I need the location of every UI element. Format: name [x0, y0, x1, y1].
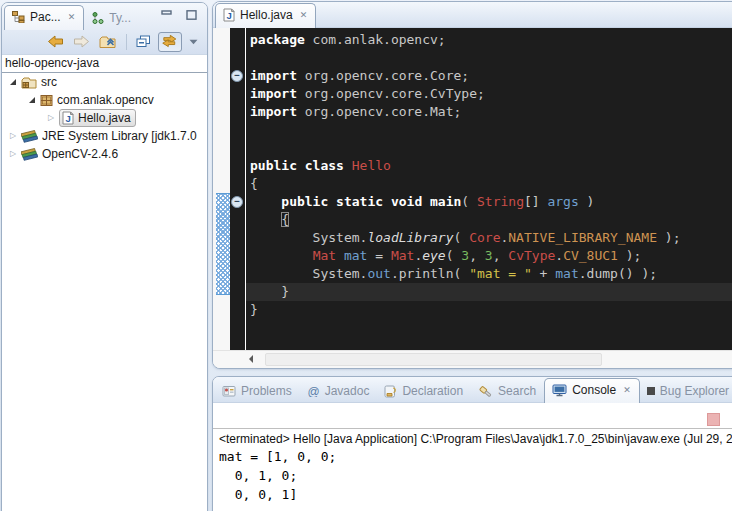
svg-text:J: J	[65, 113, 70, 124]
scroll-left-arrow-icon[interactable]	[249, 355, 253, 363]
maximize-icon[interactable]	[184, 8, 199, 22]
javadoc-icon: @	[307, 385, 320, 397]
code-line: System.out.println( "mat = " + mat.dump(…	[250, 265, 732, 283]
close-icon[interactable]: ✕	[300, 10, 308, 20]
tree-item-hello-java[interactable]: ▷JHello.java	[2, 109, 207, 127]
explorer-toolbar	[2, 29, 207, 54]
editor-pane: J Hello.java ✕ −− package com.anlak.open…	[212, 1, 732, 369]
console-toolbar	[213, 403, 732, 429]
range-indicator	[216, 193, 230, 295]
tree-item-src[interactable]: src	[2, 73, 207, 91]
tree-item-com-anlak-opencv[interactable]: com.anlak.opencv	[2, 91, 207, 109]
collapse-arrow-icon[interactable]	[27, 97, 37, 103]
expand-arrow-icon[interactable]: ▷	[8, 150, 18, 158]
expand-arrow-icon[interactable]: ▷	[8, 132, 18, 140]
code-line: System.loadLibrary( Core.NATIVE_LIBRARY_…	[250, 229, 732, 247]
tab-label: Ty...	[109, 11, 131, 25]
console-pane: Problems@JavadocDeclarationSearchConsole…	[212, 376, 732, 511]
console-tab-bug-explorer[interactable]: Bug Explorer	[640, 380, 732, 402]
collapse-all-icon[interactable]	[134, 33, 153, 50]
tab-label: Search	[498, 384, 536, 398]
console-output: mat = [1, 0, 0; 0, 1, 0; 0, 0, 1]	[213, 447, 732, 504]
code-line	[250, 121, 732, 139]
code-line: }	[250, 301, 732, 319]
console-tab-declaration[interactable]: Declaration	[377, 380, 471, 402]
minimize-icon[interactable]	[159, 8, 174, 22]
problems-icon	[222, 385, 236, 397]
tab-label: Javadoc	[325, 384, 370, 398]
tree-item-label: src	[41, 75, 57, 89]
tab-label: Declaration	[402, 384, 463, 398]
fold-collapse-icon[interactable]: −	[231, 70, 243, 82]
editor-body: −− package com.anlak.opencv;import org.o…	[213, 28, 732, 351]
console-icon	[552, 384, 567, 397]
editor-tab-label: Hello.java	[240, 8, 293, 22]
editor-horizontal-scrollbar[interactable]	[213, 350, 732, 368]
close-icon[interactable]: ✕	[623, 385, 631, 395]
tab-label: Console	[572, 383, 616, 397]
collapse-arrow-icon[interactable]	[8, 79, 18, 85]
java-file-icon: J	[223, 8, 235, 22]
terminate-button[interactable]	[707, 413, 720, 426]
explorer-tab-pac[interactable]: Pac...✕	[4, 5, 84, 30]
toolbar-separator	[126, 34, 127, 50]
fold-collapse-icon[interactable]: −	[231, 196, 243, 208]
tree-item-label: OpenCV-2.4.6	[42, 147, 118, 161]
close-icon[interactable]: ✕	[68, 12, 76, 22]
package-icon	[40, 94, 53, 107]
tree-item-label: com.anlak.opencv	[57, 93, 154, 107]
svg-text:J: J	[226, 10, 231, 21]
tab-label: Problems	[241, 384, 292, 398]
tab-label: Bug Explorer	[660, 384, 729, 398]
package-explorer-header: Pac...✕Ty...	[2, 3, 207, 55]
package-tree: hello-opencv-java srccom.anlak.opencv▷JH…	[2, 55, 207, 163]
declaration-icon	[384, 385, 397, 398]
package-folder-icon	[21, 76, 37, 89]
back-arrow-icon[interactable]	[45, 33, 66, 50]
editor-tab-hello-java[interactable]: J Hello.java ✕	[215, 3, 316, 28]
code-area[interactable]: package com.anlak.opencv;import org.open…	[246, 28, 732, 351]
scrollbar-thumb[interactable]	[265, 353, 602, 366]
code-line: {	[250, 211, 732, 229]
code-line	[250, 49, 732, 67]
console-tabstrip: Problems@JavadocDeclarationSearchConsole…	[213, 377, 732, 403]
link-with-editor-icon[interactable]	[158, 32, 182, 52]
search-icon	[478, 385, 493, 398]
tree-item-opencv-2-4-6[interactable]: ▷OpenCV-2.4.6	[2, 145, 207, 163]
svg-text:@: @	[307, 385, 319, 397]
tree-item-label: Hello.java	[78, 111, 131, 125]
package-explorer-pane: Pac...✕Ty...	[1, 2, 208, 511]
view-menu-icon[interactable]	[187, 37, 200, 47]
forward-arrow-icon[interactable]	[71, 33, 92, 50]
project-root-label: hello-opencv-java	[5, 56, 99, 70]
tab-label: Pac...	[30, 10, 61, 24]
console-tab-console[interactable]: Console✕	[544, 378, 640, 403]
type-hierarchy-icon	[91, 12, 104, 24]
code-line: import org.opencv.core.Mat;	[250, 103, 732, 121]
folding-ruler: −−	[230, 28, 246, 351]
library-icon	[21, 130, 38, 143]
eclipse-window: Pac...✕Ty...	[0, 0, 732, 511]
explorer-tab-ty[interactable]: Ty...	[84, 7, 139, 29]
tree-item-jre-system-library-jdk1-7-0[interactable]: ▷JRE System Library [jdk1.7.0	[2, 127, 207, 145]
editor-tabstrip: J Hello.java ✕	[213, 2, 732, 28]
console-tab-problems[interactable]: Problems	[215, 380, 300, 402]
library-icon	[21, 148, 38, 161]
console-tab-search[interactable]: Search	[471, 380, 544, 402]
bug-icon	[647, 387, 655, 395]
code-line: public class Hello	[250, 157, 732, 175]
code-line	[250, 139, 732, 157]
console-tab-javadoc[interactable]: @Javadoc	[300, 380, 378, 402]
console-output-line: 0, 0, 1]	[219, 485, 732, 504]
tree-item-label: JRE System Library [jdk1.7.0	[42, 129, 197, 143]
tree-item-project-root[interactable]: hello-opencv-java	[2, 55, 207, 73]
annotation-ruler	[213, 28, 230, 351]
package-explorer-icon	[12, 11, 25, 23]
code-line: {	[250, 175, 732, 193]
console-output-line: 0, 1, 0;	[219, 466, 732, 485]
console-status-line: <terminated> Hello [Java Application] C:…	[213, 429, 732, 447]
expand-arrow-icon[interactable]: ▷	[46, 114, 56, 122]
explorer-tabstrip: Pac...✕Ty...	[2, 3, 207, 29]
code-line: Mat mat = Mat.eye( 3, 3, CvType.CV_8UC1 …	[250, 247, 732, 265]
go-up-folder-icon[interactable]	[97, 33, 119, 51]
